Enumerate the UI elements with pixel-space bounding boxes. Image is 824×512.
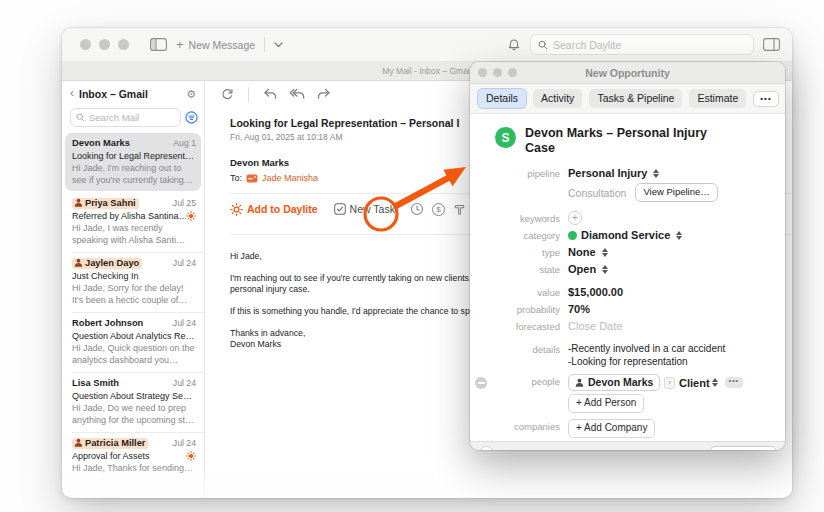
details-line: -Recently involved in a car accident — [568, 342, 725, 355]
save-button[interactable]: Save — [710, 446, 776, 451]
search-mail-input[interactable]: Search Mail — [70, 108, 181, 127]
view-pipeline-button[interactable]: View Pipeline… — [635, 183, 717, 202]
email-body-preview: Hi Jade, Quick question on the analytics… — [72, 343, 196, 366]
person-more-button[interactable]: ••• — [725, 377, 743, 388]
category-select[interactable]: Diamond Service — [568, 228, 683, 242]
tab-tasks-pipeline[interactable]: Tasks & Pipeline — [589, 89, 682, 108]
mailbox-header: ‹ Inbox – Gmail ⚙ — [62, 81, 204, 107]
help-button[interactable]: ? — [479, 446, 494, 450]
email-subject-preview: Referred by Alisha Santina… — [72, 211, 186, 221]
search-icon — [538, 40, 548, 50]
email-sender: Priya Sahni — [72, 198, 139, 209]
email-sender: Jaylen Dayo — [72, 258, 142, 269]
email-sender: Devon Marks — [72, 138, 130, 148]
value-label: value — [482, 285, 560, 298]
new-appointment-clock-icon[interactable] — [410, 202, 424, 216]
pipeline-select[interactable]: Personal Injury — [568, 166, 660, 180]
traffic-lights[interactable] — [80, 39, 129, 50]
to-label: To: — [230, 173, 242, 183]
filter-icon[interactable] — [185, 111, 198, 124]
add-person-button[interactable]: + Add Person — [568, 394, 644, 413]
gear-icon[interactable]: ⚙ — [186, 88, 196, 101]
email-body-preview: Hi Jade, Do we need to prep anything for… — [72, 403, 196, 426]
more-tabs-button[interactable]: ••• — [753, 91, 778, 107]
email-list-item[interactable]: Patricia MillerJul 24Approval for Assets… — [62, 432, 204, 481]
category-label: category — [482, 228, 560, 241]
popup-titlebar[interactable]: New Opportunity — [470, 62, 785, 84]
mail-search-row: Search Mail — [62, 107, 204, 132]
chevron-right-icon[interactable]: › — [664, 377, 675, 389]
traffic-lights[interactable] — [478, 68, 517, 77]
contact-badge-icon — [246, 174, 258, 183]
checkbox-icon — [334, 203, 346, 215]
email-date: Jul 25 — [173, 198, 196, 208]
tab-details[interactable]: Details — [478, 89, 526, 108]
popup-title: New Opportunity — [470, 67, 785, 79]
email-sender: Patricia Miller — [72, 438, 148, 449]
email-body-preview: Hi Jade, I'm reaching out to see if you'… — [72, 163, 196, 186]
daylite-sun-icon — [186, 211, 196, 221]
type-select[interactable]: None — [568, 245, 609, 259]
forward-icon[interactable] — [317, 88, 331, 100]
email-date: Jul 24 — [173, 378, 196, 388]
details-field[interactable]: -Recently involved in a car accident-Loo… — [568, 342, 725, 368]
new-project-hammer-icon[interactable] — [453, 203, 466, 216]
details-line: -Looking for representation — [568, 355, 725, 368]
sidebar-toggle-icon[interactable] — [150, 38, 167, 51]
tab-estimate[interactable]: Estimate — [689, 89, 746, 108]
mailbox-title: Inbox – Gmail — [79, 88, 181, 100]
email-list-item[interactable]: Devon MarksAug 1Looking for Legal Repres… — [65, 133, 201, 191]
email-sender: Robert Johnson — [72, 318, 143, 328]
search-daylite-input[interactable]: Search Daylite — [530, 34, 754, 55]
value-field[interactable]: $15,000.00 — [568, 285, 623, 299]
add-to-daylite-button[interactable]: Add to Daylite — [230, 203, 318, 216]
state-select[interactable]: Open — [568, 262, 609, 276]
mail-toolbar: + New Message Search Daylite — [62, 28, 792, 62]
add-keyword-button[interactable]: + — [568, 211, 582, 225]
remove-person-icon[interactable] — [475, 377, 487, 389]
companies-label: companies — [482, 419, 560, 432]
right-panel-toggle-icon[interactable] — [763, 38, 780, 51]
forecasted-label: forecasted — [482, 319, 560, 332]
pipeline-stage: Consultation — [568, 186, 626, 200]
person-role-select[interactable]: Client — [679, 377, 719, 389]
mail-tab-title: My Mail - Inbox – Gmail — [382, 66, 471, 76]
refresh-icon[interactable] — [221, 88, 234, 101]
forecasted-close-date-field[interactable]: Close Date — [568, 319, 622, 333]
opportunity-name[interactable]: Devon Marks – Personal Injury Case — [525, 126, 730, 156]
reply-icon[interactable] — [263, 88, 277, 100]
new-message-button[interactable]: + New Message — [176, 39, 255, 51]
reply-all-icon[interactable] — [289, 88, 305, 100]
email-list-item[interactable]: Robert JohnsonJul 24Question About Analy… — [62, 312, 204, 372]
desktop: + New Message Search Daylite My Mail - I… — [0, 0, 824, 512]
email-list-item[interactable]: Lisa SmithJul 24Question About Strategy … — [62, 372, 204, 432]
email-date: Jul 24 — [173, 318, 196, 328]
email-list: Devon MarksAug 1Looking for Legal Repres… — [62, 132, 204, 497]
popup-footer: ? Save — [470, 441, 785, 450]
new-task-button[interactable]: New Task — [334, 203, 395, 215]
email-list-item[interactable]: Jaylen DayoJul 24Just Checking InHi Jade… — [62, 252, 204, 312]
stepper-icon — [602, 265, 609, 274]
tab-activity[interactable]: Activity — [533, 89, 582, 108]
email-subject-preview: Approval for Assets — [72, 451, 150, 461]
add-company-button[interactable]: + Add Company — [568, 419, 655, 438]
person-icon — [74, 258, 83, 267]
email-sender: Lisa Smith — [72, 378, 119, 388]
stepper-icon — [602, 248, 609, 257]
probability-field[interactable]: 70% — [568, 302, 590, 316]
daylite-sun-icon — [186, 451, 196, 461]
person-chip[interactable]: Devon Marks — [568, 374, 660, 391]
opportunity-form: S Devon Marks – Personal Injury Case pip… — [470, 114, 785, 441]
pipeline-label: pipeline — [482, 166, 560, 179]
new-opportunity-dollar-icon[interactable]: $ — [432, 203, 445, 216]
person-icon — [74, 438, 83, 447]
person-icon — [575, 378, 584, 387]
notifications-bell-icon[interactable] — [507, 38, 521, 52]
email-date: Aug 1 — [173, 138, 196, 148]
stepper-icon — [653, 169, 660, 178]
recipient-name[interactable]: Jade Manisha — [262, 173, 318, 183]
chevron-down-icon[interactable] — [274, 42, 283, 48]
email-list-item[interactable]: Priya SahniJul 25Referred by Alisha Sant… — [62, 192, 204, 252]
search-icon — [76, 113, 85, 122]
back-chevron-icon[interactable]: ‹ — [70, 86, 74, 100]
